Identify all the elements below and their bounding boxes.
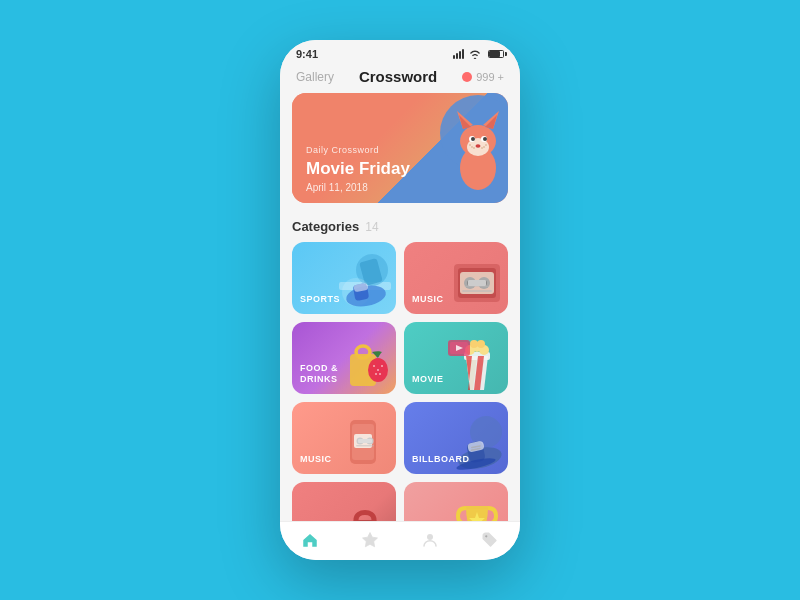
card-time[interactable]: TIME xyxy=(292,482,396,521)
card-music2-label: MUSIC xyxy=(292,446,340,474)
svg-point-11 xyxy=(483,137,487,141)
svg-point-41 xyxy=(381,365,383,367)
hero-label: Daily Crossword xyxy=(306,145,410,155)
hero-date: April 11, 2018 xyxy=(306,182,410,193)
svg-point-18 xyxy=(481,147,483,149)
page-title: Crossword xyxy=(359,68,437,85)
gallery-link[interactable]: Gallery xyxy=(296,70,334,84)
signal-icon xyxy=(453,49,464,59)
card-sports-label: SPORTS xyxy=(292,286,348,314)
svg-point-13 xyxy=(469,144,471,146)
card-sports[interactable]: SPORTS xyxy=(292,242,396,314)
svg-point-14 xyxy=(471,146,473,148)
svg-rect-33 xyxy=(468,280,486,286)
time-illustration xyxy=(334,492,396,521)
phone-frame: 9:41 Gallery Crossword 999 + xyxy=(280,40,520,560)
categories-label: Categories xyxy=(292,219,359,234)
svg-point-40 xyxy=(377,369,379,371)
movie-illustration xyxy=(446,332,508,394)
fox-illustration xyxy=(423,93,503,193)
categories-header: Categories 14 xyxy=(280,215,520,242)
status-bar: 9:41 xyxy=(280,40,520,64)
card-billboard-label: BILLBOARD xyxy=(404,446,478,474)
music2-illustration xyxy=(334,412,396,474)
categories-grid: SPORTS MUSIC xyxy=(280,242,520,521)
card-music2[interactable]: MUSIC xyxy=(292,402,396,474)
svg-point-15 xyxy=(473,147,475,149)
user-icon xyxy=(420,530,440,550)
music-illustration xyxy=(446,252,508,314)
card-movie[interactable]: MOVIE xyxy=(404,322,508,394)
svg-point-52 xyxy=(470,340,478,348)
svg-rect-65 xyxy=(356,445,374,447)
partial-illustration xyxy=(446,492,508,521)
badge-count: 999 + xyxy=(476,71,504,83)
header: Gallery Crossword 999 + xyxy=(280,64,520,93)
nav-profile[interactable] xyxy=(420,530,440,550)
svg-rect-64 xyxy=(358,439,372,443)
main-content: Daily Crossword Movie Friday April 11, 2… xyxy=(280,93,520,521)
hero-text: Daily Crossword Movie Friday April 11, 2… xyxy=(292,135,424,203)
nav-home[interactable] xyxy=(300,530,320,550)
status-icons xyxy=(453,49,504,59)
categories-count: 14 xyxy=(365,220,378,234)
svg-point-43 xyxy=(379,373,381,375)
card-partial[interactable] xyxy=(404,482,508,521)
tag-icon xyxy=(480,530,500,550)
status-time: 9:41 xyxy=(296,48,318,60)
badge-dot xyxy=(462,72,472,82)
card-food[interactable]: FOOD & DRINKS xyxy=(292,322,396,394)
svg-point-83 xyxy=(427,534,433,540)
svg-rect-34 xyxy=(462,290,492,292)
card-music[interactable]: MUSIC xyxy=(404,242,508,314)
card-music-label: MUSIC xyxy=(404,286,452,314)
svg-point-53 xyxy=(477,340,485,348)
svg-point-42 xyxy=(375,373,377,375)
svg-rect-35 xyxy=(464,286,490,287)
svg-point-39 xyxy=(373,365,375,367)
hero-card[interactable]: Daily Crossword Movie Friday April 11, 2… xyxy=(292,93,508,203)
battery-icon xyxy=(488,50,504,58)
nav-tag[interactable] xyxy=(480,530,500,550)
svg-point-16 xyxy=(485,144,487,146)
card-movie-label: MOVIE xyxy=(404,366,452,394)
home-icon xyxy=(300,530,320,550)
svg-point-12 xyxy=(476,144,481,148)
wifi-icon xyxy=(469,50,481,59)
nav-favorites[interactable] xyxy=(360,530,380,550)
svg-point-17 xyxy=(483,146,485,148)
svg-point-10 xyxy=(471,137,475,141)
star-icon xyxy=(360,530,380,550)
hero-title: Movie Friday xyxy=(306,159,410,179)
card-food-label: FOOD & DRINKS xyxy=(292,355,346,394)
svg-point-84 xyxy=(485,535,487,537)
card-billboard[interactable]: BILLBOARD xyxy=(404,402,508,474)
bottom-nav xyxy=(280,521,520,560)
notification-badge[interactable]: 999 + xyxy=(462,71,504,83)
